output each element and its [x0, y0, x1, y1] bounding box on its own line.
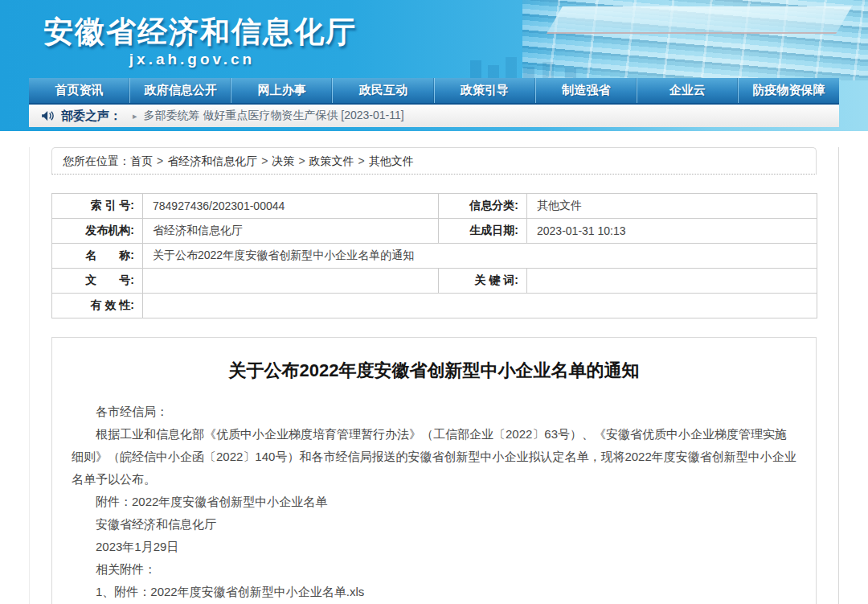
main-navigation: 首页资讯 政府信息公开 网上办事 政民互动 政策引导 制造强省 企业云 防疫物资… [29, 78, 839, 105]
doc-number-label: 文 号: [52, 269, 143, 294]
news-ticker: 部委之声： ▸ 多部委统筹 做好重点医疗物资生产保供 [2023-01-11] [29, 105, 839, 127]
breadcrumb-prefix: 您所在位置： [63, 154, 130, 167]
table-row: 发布机构: 省经济和信息化厅 生成日期: 2023-01-31 10:13 [52, 219, 817, 244]
doc-number-value [143, 269, 439, 294]
table-row: 有 效 性: [52, 294, 817, 318]
issuing-org-value: 省经济和信息化厅 [143, 219, 439, 244]
document-info-table: 索 引 号: 784927436/202301-00044 信息分类: 其他文件… [51, 193, 817, 318]
article-salutation: 各市经信局： [72, 401, 796, 423]
validity-label: 有 效 性: [52, 294, 143, 318]
keywords-value [527, 269, 817, 294]
info-category-label: 信息分类: [439, 194, 527, 219]
generate-date-label: 生成日期: [439, 219, 527, 244]
index-number-label: 索 引 号: [52, 194, 143, 219]
attachment-download-link[interactable]: 1、附件：2022年度安徽省创新型中小企业名单.xls [72, 581, 796, 603]
nav-item-policy-guide[interactable]: 政策引导 [435, 78, 536, 103]
generate-date-value: 2023-01-31 10:13 [527, 219, 817, 244]
arrow-right-icon: ▸ [133, 111, 137, 121]
table-row: 文 号: 关 键 词: [52, 269, 817, 294]
table-row: 名 称: 关于公布2022年度安徽省创新型中小企业名单的通知 [52, 244, 817, 269]
site-title: 安徽省经济和信息化厅 [43, 14, 839, 50]
nav-item-manufacturing[interactable]: 制造强省 [536, 78, 637, 103]
info-category-value: 其他文件 [527, 194, 817, 219]
index-number-value: 784927436/202301-00044 [143, 194, 439, 219]
breadcrumb: 您所在位置：首页>省经济和信息化厅>决策>政策文件>其他文件 [51, 147, 817, 175]
site-banner: 安徽省经济和信息化厅 jx.ah.gov.cn 首页资讯 政府信息公开 网上办事… [0, 0, 868, 131]
article-attachment-line: 附件：2022年度安徽省创新型中小企业名单 [72, 491, 796, 513]
nav-item-gov-info[interactable]: 政府信息公开 [130, 78, 231, 103]
ticker-label: 部委之声： [61, 109, 121, 124]
doc-name-label: 名 称: [52, 244, 143, 269]
nav-item-interaction[interactable]: 政民互动 [333, 78, 434, 103]
breadcrumb-separator: > [261, 154, 268, 167]
nav-item-online-services[interactable]: 网上办事 [231, 78, 333, 103]
nav-item-enterprise-cloud[interactable]: 企业云 [637, 78, 739, 103]
article-signature-date: 2023年1月29日 [72, 536, 796, 558]
article-title: 关于公布2022年度安徽省创新型中小企业名单的通知 [72, 359, 796, 383]
issuing-org-label: 发布机构: [52, 219, 143, 244]
doc-name-value: 关于公布2022年度安徽省创新型中小企业名单的通知 [143, 244, 817, 269]
content-area: 您所在位置：首页>省经济和信息化厅>决策>政策文件>其他文件 索 引 号: 78… [29, 147, 839, 604]
article-paragraph: 根据工业和信息化部《优质中小企业梯度培育管理暂行办法》（工信部企业〔2022〕6… [72, 423, 796, 491]
site-logo: 安徽省经济和信息化厅 jx.ah.gov.cn [29, 0, 839, 78]
ticker-news-link[interactable]: 多部委统筹 做好重点医疗物资生产保供 [2023-01-11] [144, 109, 404, 123]
breadcrumb-separator: > [358, 154, 365, 167]
breadcrumb-separator: > [157, 154, 163, 167]
breadcrumb-link-home[interactable]: 首页 [130, 154, 153, 167]
breadcrumb-separator: > [298, 154, 305, 167]
table-row: 索 引 号: 784927436/202301-00044 信息分类: 其他文件 [52, 194, 817, 219]
breadcrumb-link-decisions[interactable]: 决策 [272, 154, 294, 167]
breadcrumb-link-other-docs[interactable]: 其他文件 [369, 154, 414, 167]
site-url: jx.ah.gov.cn [43, 50, 341, 69]
article: 关于公布2022年度安徽省创新型中小企业名单的通知 各市经信局： 根据工业和信息… [51, 337, 817, 604]
speaker-icon [42, 110, 55, 121]
validity-value [143, 294, 817, 318]
article-signature-org: 安徽省经济和信息化厅 [72, 513, 796, 536]
article-body: 各市经信局： 根据工业和信息化部《优质中小企业梯度培育管理暂行办法》（工信部企业… [72, 401, 796, 603]
related-attachments-heading: 相关附件： [72, 558, 796, 581]
nav-item-epidemic-supplies[interactable]: 防疫物资保障 [739, 78, 839, 103]
breadcrumb-link-policy-docs[interactable]: 政策文件 [309, 154, 354, 167]
nav-item-home[interactable]: 首页资讯 [29, 78, 130, 103]
keywords-label: 关 键 词: [439, 269, 527, 294]
breadcrumb-link-department[interactable]: 省经济和信息化厅 [167, 154, 257, 167]
